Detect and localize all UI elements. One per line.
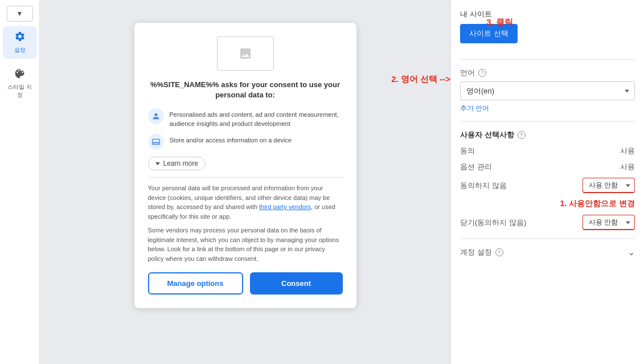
device-icon: [148, 134, 164, 150]
consent-item-ads: Personalised ads and content, ad and con…: [148, 108, 343, 128]
third-party-link[interactable]: third party vendors: [259, 203, 311, 210]
consent-buttons: Manage options Consent: [148, 272, 343, 295]
language-select-wrapper: 영어(en) 한국어(ko) 日本語(ja): [460, 81, 635, 100]
learn-more-label: Learn more: [163, 159, 198, 167]
consent-item-ads-text: Personalised ads and content, ad and con…: [170, 108, 343, 128]
add-language-link[interactable]: 추가 언어: [460, 104, 635, 113]
settings-label: 설정: [14, 46, 26, 54]
logo-placeholder: [217, 36, 274, 71]
user-choice-row-agree: 동의 사용: [460, 146, 635, 156]
divider-panel-1: [460, 59, 635, 60]
preview-area: %%SITE_NAME%% asks for your consent to u…: [40, 0, 450, 364]
annotation-3: 3. 클릭: [486, 17, 513, 28]
user-choice-section: 사용자 선택사항 ? 동의 사용 옵션 관리 사용 동의하지 않음 사용 안함 …: [460, 130, 635, 230]
account-info-icon: ?: [495, 248, 503, 256]
consent-button[interactable]: Consent: [250, 272, 343, 295]
disagree-dropdown-wrapper: 사용 안함 사용: [583, 178, 635, 193]
user-choice-row-close: 닫기(동의하지 않음) 사용 안함 사용: [460, 215, 635, 230]
account-settings-label: 계정 설정: [460, 247, 492, 257]
right-panel: 2. 영어 선택 --> 3. 클릭 내 사이트 사이트 선택 언어 ? 영어(…: [450, 0, 644, 364]
chevron-down-icon: [155, 162, 160, 165]
consent-body-text-2: Some vendors may process your personal d…: [148, 226, 343, 263]
consent-modal: %%SITE_NAME%% asks for your consent to u…: [134, 23, 356, 308]
divider-1: [148, 177, 343, 178]
language-select[interactable]: 영어(en) 한국어(ko) 日本語(ja): [460, 81, 635, 100]
user-choice-row-options: 옵션 관리 사용: [460, 162, 635, 172]
account-settings-section[interactable]: 계정 설정 ? ⌄: [460, 247, 635, 257]
learn-more-button[interactable]: Learn more: [148, 157, 206, 170]
language-info-icon: ?: [478, 69, 486, 77]
person-icon: [148, 108, 164, 124]
disagree-dropdown[interactable]: 사용 안함 사용: [583, 178, 635, 193]
annotation-1: 1. 사용안함으로 변경: [460, 199, 635, 209]
palette-icon: [14, 68, 26, 81]
consent-item-device: Store and/or access information on a dev…: [148, 134, 343, 150]
language-label: 언어: [460, 68, 475, 78]
consent-title: %%SITE_NAME%% asks for your consent to u…: [148, 80, 343, 100]
manage-options-button[interactable]: Manage options: [148, 272, 243, 295]
user-choice-info-icon: ?: [518, 131, 526, 139]
user-choice-title: 사용자 선택사항: [460, 130, 514, 140]
sidebar-item-settings[interactable]: 설정: [3, 26, 37, 59]
options-value: 사용: [620, 162, 635, 172]
close-label: 닫기(동의하지 않음): [460, 218, 526, 228]
nav-dropdown[interactable]: ▼: [7, 6, 33, 22]
close-dropdown[interactable]: 사용 안함 사용: [583, 215, 635, 230]
divider-panel-2: [460, 121, 635, 122]
language-section: 언어 ? 영어(en) 한국어(ko) 日本語(ja) 추가 언어: [460, 68, 635, 113]
agree-label: 동의: [460, 146, 475, 156]
account-chevron-icon: ⌄: [627, 247, 635, 257]
agree-value: 사용: [620, 146, 635, 156]
consent-item-device-text: Store and/or access information on a dev…: [170, 134, 292, 145]
divider-panel-3: [460, 238, 635, 239]
options-label: 옵션 관리: [460, 162, 492, 172]
chevron-down-icon: ▼: [17, 10, 23, 18]
sidebar-item-style[interactable]: 스타일 지정: [3, 63, 37, 104]
disagree-label: 동의하지 않음: [460, 181, 507, 191]
my-site-section: 내 사이트 사이트 선택: [460, 9, 635, 50]
close-dropdown-wrapper: 사용 안함 사용: [583, 215, 635, 230]
user-choice-row-disagree: 동의하지 않음 사용 안함 사용: [460, 178, 635, 193]
consent-logo-area: [148, 36, 343, 71]
gear-icon: [14, 31, 26, 44]
style-label: 스타일 지정: [6, 83, 34, 99]
consent-body-text-1: Your personal data will be processed and…: [148, 183, 343, 221]
